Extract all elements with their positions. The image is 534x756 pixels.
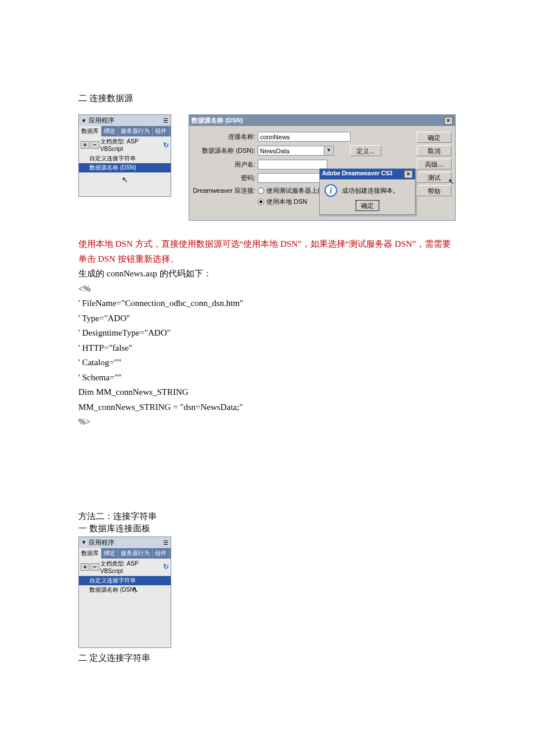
figure-row: ▼ 应用程序 ☰ 数据库 绑定 服务器行为 组件 + − 文档类型: ASP V… — [78, 114, 456, 221]
app-panel-title-text: 应用程序 — [89, 538, 114, 547]
collapse-triangle-icon[interactable]: ▼ — [81, 118, 86, 124]
menu-dsn-label: 数据源名称 (DSN) — [89, 586, 136, 593]
close-icon[interactable]: × — [404, 170, 413, 178]
app-panel-titlebar[interactable]: ▼ 应用程序 ☰ — [79, 115, 171, 126]
tab-components[interactable]: 组件 — [153, 548, 169, 559]
tab-database[interactable]: 数据库 — [79, 126, 102, 136]
generated-code-intro: 生成的 connNews.asp 的代码如下： — [78, 267, 456, 282]
dsn-dialog-title: 数据源名称 (DSN) — [192, 116, 243, 125]
code-line: ' Type="ADO" — [78, 311, 456, 326]
mouse-cursor-icon: ↖ — [448, 178, 454, 186]
collapse-triangle-icon[interactable]: ▼ — [81, 539, 86, 545]
input-pass[interactable] — [258, 173, 327, 183]
help-button[interactable]: 帮助 — [417, 185, 452, 196]
code-line: ' DesigntimeType="ADO" — [78, 326, 456, 341]
code-line: ' FileName="Connection_odbc_conn_dsn.htm… — [78, 296, 456, 311]
refresh-icon[interactable]: ↻ — [163, 141, 169, 149]
add-dropdown-menu: 自定义连接字符串 数据源名称 (DSN) ↖ — [79, 575, 171, 595]
define-button[interactable]: 定义... — [350, 145, 381, 156]
select-dsn[interactable] — [258, 146, 324, 156]
doc-type-label: 文档类型: ASP VBScript — [100, 560, 162, 574]
method2-sub2: 二 定义连接字符串 — [78, 653, 456, 664]
input-user[interactable] — [258, 160, 327, 170]
code-line: MM_connNews_STRING = "dsn=NewsData;" — [78, 400, 456, 415]
info-icon: i — [324, 184, 337, 197]
radio-local-label: 使用本地 DSN — [266, 197, 307, 206]
label-dw-conn: Dreamweaver 应连接: — [193, 186, 258, 195]
tab-bindings[interactable]: 绑定 — [102, 126, 118, 136]
panel-menu-icon[interactable]: ☰ — [163, 539, 168, 546]
test-button[interactable]: 测试 ↖ — [417, 172, 452, 183]
radio-icon — [258, 188, 264, 194]
code-line: ' Schema="" — [78, 370, 456, 386]
add-dropdown-menu: 自定义连接字符串 数据源名称 (DSN) — [79, 153, 171, 173]
method2-heading: 方法二：连接字符串 — [78, 511, 456, 522]
method2-sub1: 一 数据库连接面板 — [78, 523, 456, 534]
code-line: <% — [78, 282, 456, 297]
remove-button[interactable]: − — [91, 563, 99, 571]
add-button[interactable]: + — [81, 563, 89, 571]
app-panel-toolbar: + − 文档类型: ASP VBScript ↻ — [79, 136, 171, 153]
body-text: 使用本地 DSN 方式，直接使用数据源可选“使用本地 DSN”，如果选择“测试服… — [78, 237, 456, 430]
tab-server-behaviors[interactable]: 服务器行为 — [118, 126, 153, 136]
app-panel-tabs: 数据库 绑定 服务器行为 组件 — [79, 548, 171, 559]
label-user: 用户名: — [193, 160, 258, 169]
menu-dsn[interactable]: 数据源名称 (DSN) — [79, 163, 171, 172]
advanced-button[interactable]: 高级… — [417, 159, 452, 170]
tab-bindings[interactable]: 绑定 — [102, 548, 118, 559]
document-page: 二 连接数据源 ▼ 应用程序 ☰ 数据库 绑定 服务器行为 组件 + − 文档类… — [0, 0, 534, 721]
tab-server-behaviors[interactable]: 服务器行为 — [118, 548, 153, 559]
app-panel: ▼ 应用程序 ☰ 数据库 绑定 服务器行为 组件 + − 文档类型: ASP V… — [78, 114, 171, 197]
dsn-dialog: 数据源名称 (DSN) × 连接名称: 数据源名称 (DSN): ▼ 定义... — [189, 114, 456, 221]
ok-button[interactable]: 确定 — [417, 132, 452, 143]
app-panel-titlebar[interactable]: ▼ 应用程序 ☰ — [79, 537, 171, 548]
panel-menu-icon[interactable]: ☰ — [163, 117, 168, 124]
label-pass: 密码: — [193, 174, 258, 182]
popup-message: 成功创建连接脚本。 — [342, 186, 399, 195]
refresh-icon[interactable]: ↻ — [163, 563, 169, 571]
figure-2: ▼ 应用程序 ☰ 数据库 绑定 服务器行为 组件 + − 文档类型: ASP V… — [78, 537, 456, 648]
menu-custom-conn[interactable]: 自定义连接字符串 — [79, 154, 171, 163]
add-button[interactable]: + — [81, 141, 89, 149]
code-line: %> — [78, 415, 456, 430]
tab-components[interactable]: 组件 — [153, 126, 169, 136]
mouse-cursor-icon: ↖ — [122, 175, 128, 184]
input-conn-name[interactable] — [258, 132, 351, 142]
label-conn-name: 连接名称: — [193, 132, 258, 141]
code-line: Dim MM_connNews_STRING — [78, 385, 456, 400]
dsn-side-buttons: 确定 取消 高级… 测试 ↖ 帮助 — [417, 132, 452, 212]
doc-type-label: 文档类型: ASP VBScript — [100, 138, 162, 152]
dsn-dialog-titlebar[interactable]: 数据源名称 (DSN) × — [189, 115, 455, 126]
popup-title-text: Adobe Dreamweaver CS3 — [322, 170, 392, 178]
note-red: 使用本地 DSN 方式，直接使用数据源可选“使用本地 DSN”，如果选择“测试服… — [78, 237, 456, 267]
code-line: ' HTTP="false" — [78, 341, 456, 356]
label-dsn: 数据源名称 (DSN): — [193, 146, 258, 155]
test-button-label: 测试 — [428, 174, 441, 181]
tab-database[interactable]: 数据库 — [79, 548, 102, 559]
app-panel-title-text: 应用程序 — [89, 116, 114, 125]
menu-custom-conn[interactable]: 自定义连接字符串 — [79, 576, 171, 585]
app-panel-body: ↖ — [79, 173, 171, 196]
app-panel-toolbar: + − 文档类型: ASP VBScript ↻ — [79, 559, 171, 575]
code-line: ' Catalog="" — [78, 355, 456, 370]
remove-button[interactable]: − — [91, 141, 99, 149]
popup-titlebar[interactable]: Adobe Dreamweaver CS3 × — [320, 169, 415, 179]
radio-icon — [258, 199, 264, 205]
menu-dsn[interactable]: 数据源名称 (DSN) ↖ — [79, 585, 171, 595]
popup-ok-button[interactable]: 确定 — [356, 200, 379, 211]
app-panel-2: ▼ 应用程序 ☰ 数据库 绑定 服务器行为 组件 + − 文档类型: ASP V… — [78, 537, 171, 648]
dropdown-arrow-icon[interactable]: ▼ — [324, 146, 334, 156]
success-popup: Adobe Dreamweaver CS3 × i 成功创建连接脚本。 确定 — [319, 168, 416, 215]
close-icon[interactable]: × — [444, 117, 453, 125]
app-panel-body — [79, 595, 171, 647]
cancel-button[interactable]: 取消 — [417, 145, 452, 156]
section-heading: 二 连接数据源 — [78, 93, 456, 104]
app-panel-tabs: 数据库 绑定 服务器行为 组件 — [79, 126, 171, 136]
